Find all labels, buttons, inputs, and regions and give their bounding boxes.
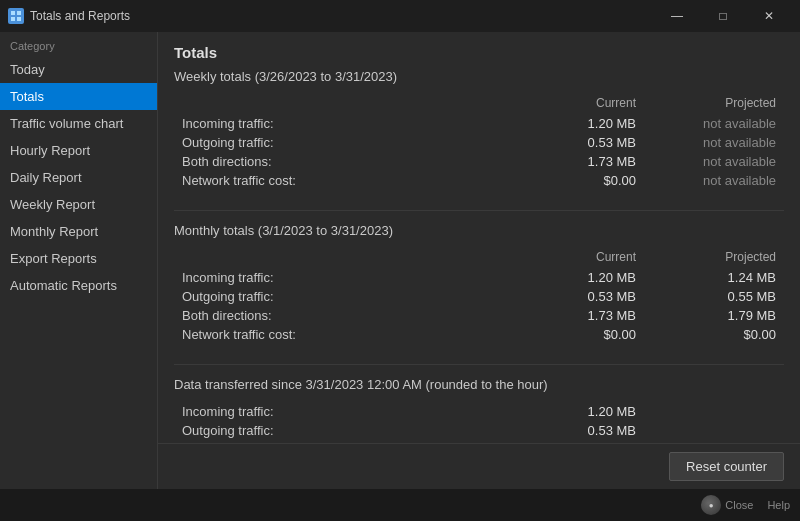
weekly-both-projected: not available: [644, 154, 784, 169]
weekly-section: Weekly totals (3/26/2023 to 3/31/2023) C…: [174, 69, 784, 190]
weekly-incoming-label: Incoming traffic:: [174, 116, 504, 131]
sidebar-item-totals[interactable]: Totals: [0, 83, 157, 110]
monthly-incoming-label: Incoming traffic:: [174, 270, 504, 285]
monthly-row-incoming: Incoming traffic: 1.20 MB 1.24 MB: [174, 268, 784, 287]
transfer-outgoing-value: 0.53 MB: [504, 423, 644, 438]
monthly-projected-header: Projected: [644, 250, 784, 264]
reset-counter-button[interactable]: Reset counter: [669, 452, 784, 481]
weekly-row-incoming: Incoming traffic: 1.20 MB not available: [174, 114, 784, 133]
monthly-outgoing-projected: 0.55 MB: [644, 289, 784, 304]
sidebar-item-traffic-volume-chart[interactable]: Traffic volume chart: [0, 110, 157, 137]
monthly-outgoing-label: Outgoing traffic:: [174, 289, 504, 304]
logo-icon: ●: [701, 495, 721, 515]
close-button[interactable]: ✕: [746, 0, 792, 32]
minimize-button[interactable]: —: [654, 0, 700, 32]
weekly-outgoing-current: 0.53 MB: [504, 135, 644, 150]
sidebar-item-automatic-reports[interactable]: Automatic Reports: [0, 272, 157, 299]
weekly-table: Current Projected Incoming traffic: 1.20…: [174, 94, 784, 190]
transfer-outgoing-label: Outgoing traffic:: [174, 423, 504, 438]
monthly-row-cost: Network traffic cost: $0.00 $0.00: [174, 325, 784, 344]
weekly-table-header: Current Projected: [174, 94, 784, 112]
weekly-cost-current: $0.00: [504, 173, 644, 188]
taskbar-logo: ● Close Help: [701, 495, 790, 515]
sidebar-item-export-reports[interactable]: Export Reports: [0, 245, 157, 272]
weekly-cost-projected: not available: [644, 173, 784, 188]
sidebar-item-daily-report[interactable]: Daily Report: [0, 164, 157, 191]
footer: Reset counter: [158, 443, 800, 489]
scroll-area[interactable]: Weekly totals (3/26/2023 to 3/31/2023) C…: [158, 69, 800, 443]
window-controls: — □ ✕: [654, 0, 792, 32]
weekly-incoming-current: 1.20 MB: [504, 116, 644, 131]
svg-rect-0: [11, 11, 15, 15]
sidebar-category-label: Category: [0, 32, 157, 56]
title-bar: Totals and Reports — □ ✕: [0, 0, 800, 32]
sidebar-item-hourly-report[interactable]: Hourly Report: [0, 137, 157, 164]
svg-rect-1: [17, 11, 21, 15]
weekly-section-header: Weekly totals (3/26/2023 to 3/31/2023): [174, 69, 784, 88]
weekly-current-header: Current: [504, 96, 644, 110]
weekly-cost-label: Network traffic cost:: [174, 173, 504, 188]
weekly-both-current: 1.73 MB: [504, 154, 644, 169]
app-icon: [8, 8, 24, 24]
svg-rect-2: [11, 17, 15, 21]
maximize-button[interactable]: □: [700, 0, 746, 32]
weekly-row-cost: Network traffic cost: $0.00 not availabl…: [174, 171, 784, 190]
monthly-both-projected: 1.79 MB: [644, 308, 784, 323]
transfer-table: Incoming traffic: 1.20 MB Outgoing traff…: [174, 402, 784, 443]
svg-rect-3: [17, 17, 21, 21]
separator-1: [174, 210, 784, 211]
weekly-outgoing-label: Outgoing traffic:: [174, 135, 504, 150]
weekly-projected-header: Projected: [644, 96, 784, 110]
weekly-incoming-projected: not available: [644, 116, 784, 131]
monthly-section: Monthly totals (3/1/2023 to 3/31/2023) C…: [174, 223, 784, 344]
weekly-outgoing-projected: not available: [644, 135, 784, 150]
monthly-incoming-current: 1.20 MB: [504, 270, 644, 285]
monthly-cost-projected: $0.00: [644, 327, 784, 342]
main-content: Totals Weekly totals (3/26/2023 to 3/31/…: [158, 32, 800, 489]
taskbar-help[interactable]: Help: [767, 499, 790, 511]
app-window: Totals and Reports — □ ✕ Category Today …: [0, 0, 800, 521]
taskbar: ● Close Help: [0, 489, 800, 521]
monthly-row-outgoing: Outgoing traffic: 0.53 MB 0.55 MB: [174, 287, 784, 306]
content-area: Category Today Totals Traffic volume cha…: [0, 32, 800, 489]
taskbar-close[interactable]: Close: [725, 499, 753, 511]
monthly-incoming-projected: 1.24 MB: [644, 270, 784, 285]
monthly-row-both: Both directions: 1.73 MB 1.79 MB: [174, 306, 784, 325]
monthly-current-header: Current: [504, 250, 644, 264]
monthly-table-header: Current Projected: [174, 248, 784, 266]
monthly-cost-label: Network traffic cost:: [174, 327, 504, 342]
weekly-row-both: Both directions: 1.73 MB not available: [174, 152, 784, 171]
weekly-row-outgoing: Outgoing traffic: 0.53 MB not available: [174, 133, 784, 152]
transfer-incoming-label: Incoming traffic:: [174, 404, 504, 419]
transfer-row-outgoing: Outgoing traffic: 0.53 MB: [174, 421, 784, 440]
separator-2: [174, 364, 784, 365]
sidebar: Category Today Totals Traffic volume cha…: [0, 32, 158, 489]
transfer-section-header: Data transferred since 3/31/2023 12:00 A…: [174, 377, 784, 396]
weekly-both-label: Both directions:: [174, 154, 504, 169]
monthly-both-current: 1.73 MB: [504, 308, 644, 323]
window-title: Totals and Reports: [30, 9, 654, 23]
transfer-row-incoming: Incoming traffic: 1.20 MB: [174, 402, 784, 421]
monthly-cost-current: $0.00: [504, 327, 644, 342]
transfer-section: Data transferred since 3/31/2023 12:00 A…: [174, 377, 784, 443]
sidebar-item-weekly-report[interactable]: Weekly Report: [0, 191, 157, 218]
sidebar-item-today[interactable]: Today: [0, 56, 157, 83]
monthly-outgoing-current: 0.53 MB: [504, 289, 644, 304]
page-title: Totals: [158, 32, 800, 69]
monthly-section-header: Monthly totals (3/1/2023 to 3/31/2023): [174, 223, 784, 242]
sidebar-item-monthly-report[interactable]: Monthly Report: [0, 218, 157, 245]
monthly-table: Current Projected Incoming traffic: 1.20…: [174, 248, 784, 344]
monthly-both-label: Both directions:: [174, 308, 504, 323]
transfer-incoming-value: 1.20 MB: [504, 404, 644, 419]
